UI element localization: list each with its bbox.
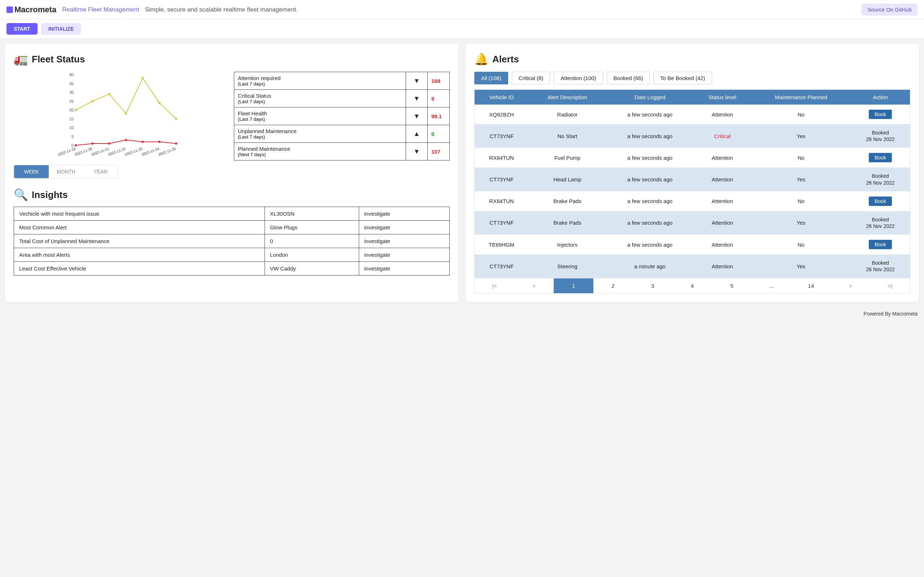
- range-tab-month[interactable]: MONTH: [49, 165, 83, 178]
- alert-planned: Yes: [751, 168, 851, 191]
- svg-point-26: [125, 139, 127, 141]
- insight-label: Most Common Alert: [14, 221, 265, 234]
- alert-action-cell: Book: [851, 191, 910, 211]
- alert-vehicle-id: CT73YNF: [475, 124, 529, 148]
- fleet-status-title-text: Fleet Status: [32, 54, 85, 65]
- page-nav-button[interactable]: |<: [475, 279, 514, 293]
- main: 🚛 Fleet Status 05101520253035402022-11-1…: [0, 39, 924, 307]
- svg-point-18: [108, 93, 110, 95]
- svg-point-21: [158, 102, 161, 104]
- fleet-stat-row: Fleet Health(Last 7 days)▼99.1: [234, 108, 449, 125]
- insight-label: Total Cost of Unplanned Maintenance: [14, 234, 265, 248]
- alert-tab[interactable]: Critical (8): [512, 72, 550, 84]
- page-nav-button[interactable]: >|: [870, 279, 910, 293]
- alerts-column-header: Alert Description: [528, 90, 606, 105]
- alert-tab[interactable]: Attention (100): [554, 72, 603, 84]
- stat-sublabel: (Next 7 days): [238, 152, 402, 157]
- svg-text:10: 10: [69, 126, 74, 130]
- svg-point-16: [75, 109, 77, 111]
- alert-date: a few seconds ago: [606, 211, 694, 234]
- alerts-column-header: Action: [851, 90, 910, 105]
- initialize-button[interactable]: INITIALIZE: [41, 23, 81, 35]
- page-number[interactable]: 1: [554, 279, 593, 293]
- toolbar: START INITIALIZE: [0, 19, 924, 39]
- insight-label: Vechicle with most frequent issue: [14, 207, 265, 221]
- alerts-panel: 🔔 Alerts All (108)Critical (8)Attention …: [465, 44, 919, 302]
- stat-label: Attention required(Last 7 days): [234, 72, 406, 89]
- stat-label-text: Planned Maintenance: [238, 146, 402, 152]
- alert-row: RX84TUNBrake Padsa few seconds agoAttent…: [475, 191, 910, 211]
- fleet-stat-row: Planned Maintenance(Next 7 days)▼107: [234, 143, 449, 160]
- stat-label-text: Unplanned Maintenance: [238, 128, 402, 134]
- range-tab-week[interactable]: WEEK: [14, 165, 49, 178]
- svg-text:20: 20: [69, 108, 74, 112]
- stat-value: 107: [428, 143, 449, 160]
- trend-down-icon: ▼: [406, 108, 428, 125]
- alert-action-cell: Book: [851, 148, 910, 168]
- insight-action[interactable]: investigate: [359, 262, 450, 276]
- alert-status: Attention: [693, 191, 751, 211]
- svg-text:5: 5: [71, 134, 74, 139]
- alerts-column-header: Vehicle ID: [475, 90, 529, 105]
- magnifier-icon: 🔍: [14, 188, 28, 201]
- range-tabs: WEEKMONTHYEAR: [14, 165, 118, 179]
- insight-action[interactable]: investigate: [359, 248, 450, 262]
- insight-value: 0: [265, 234, 359, 248]
- page-number[interactable]: 14: [791, 279, 831, 293]
- alert-action-cell: Booked26 Nov 2022: [851, 168, 910, 191]
- alert-date: a few seconds ago: [606, 124, 694, 148]
- book-button[interactable]: Book: [869, 153, 892, 162]
- footer: Powered By Macrometa: [0, 307, 924, 320]
- svg-point-27: [142, 141, 144, 143]
- alert-planned: Yes: [751, 211, 851, 234]
- trend-up-icon: ▲: [406, 125, 428, 142]
- svg-text:35: 35: [69, 82, 74, 86]
- insight-action[interactable]: investigate: [359, 221, 450, 234]
- svg-text:30: 30: [69, 90, 74, 95]
- start-button[interactable]: START: [6, 23, 37, 35]
- booked-label: Booked26 Nov 2022: [854, 129, 907, 142]
- svg-text:2022-11-22: 2022-11-22: [108, 147, 126, 156]
- alert-date: a few seconds ago: [606, 105, 694, 124]
- insight-action[interactable]: investigate: [359, 234, 450, 248]
- stat-label: Critical Status(Last 7 days): [234, 90, 406, 107]
- booked-label: Booked26 Nov 2022: [854, 173, 907, 186]
- alert-status: Attention: [693, 148, 751, 168]
- insight-action[interactable]: investigate: [359, 207, 450, 221]
- insight-row: Area with most AlertsLondoninvestigate: [14, 248, 450, 262]
- alert-row: TE89HGMInjectorsa few seconds agoAttenti…: [475, 235, 910, 255]
- alert-tab[interactable]: To Be Booked (42): [653, 72, 712, 84]
- page-number[interactable]: 4: [672, 279, 712, 293]
- alert-status: Critical: [693, 124, 751, 148]
- alert-description: Radiator: [528, 105, 606, 124]
- page-number[interactable]: 3: [633, 279, 673, 293]
- alert-row: XQ82BZHRadiatora few seconds agoAttentio…: [475, 105, 910, 124]
- source-github-button[interactable]: Source On GitHub: [861, 3, 918, 16]
- stat-label-text: Fleet Health: [238, 110, 402, 116]
- footer-text: Powered By Macrometa: [864, 311, 918, 317]
- alert-tab[interactable]: All (108): [474, 72, 508, 84]
- range-tab-year[interactable]: YEAR: [83, 165, 118, 178]
- app-subtitle: Simple, secure and scalable realtime fle…: [145, 6, 298, 13]
- book-button[interactable]: Book: [869, 240, 892, 249]
- book-button[interactable]: Book: [869, 197, 892, 206]
- svg-point-20: [142, 77, 144, 79]
- page-number[interactable]: ...: [751, 279, 791, 293]
- page-number[interactable]: 2: [593, 279, 633, 293]
- alert-action-cell: Book: [851, 235, 910, 255]
- alert-status: Attention: [693, 168, 751, 191]
- alert-vehicle-id: CT73YNF: [475, 255, 529, 278]
- alert-planned: No: [751, 148, 851, 168]
- alert-description: Head Lamp: [528, 168, 606, 191]
- svg-point-25: [108, 142, 110, 145]
- book-button[interactable]: Book: [869, 110, 892, 119]
- alerts-column-header: Maintenance Planned: [751, 90, 851, 105]
- booked-label: Booked26 Nov 2022: [854, 216, 907, 229]
- page-nav-button[interactable]: >: [831, 279, 871, 293]
- alert-row: CT73YNFSteeringa minute agoAttentionYesB…: [475, 255, 910, 278]
- alert-tab[interactable]: Booked (66): [607, 72, 650, 84]
- page-number[interactable]: 5: [712, 279, 752, 293]
- page-nav-button[interactable]: <: [514, 279, 554, 293]
- svg-text:25: 25: [69, 99, 74, 103]
- insight-row: Total Cost of Unplanned Maintenance0inve…: [14, 234, 450, 248]
